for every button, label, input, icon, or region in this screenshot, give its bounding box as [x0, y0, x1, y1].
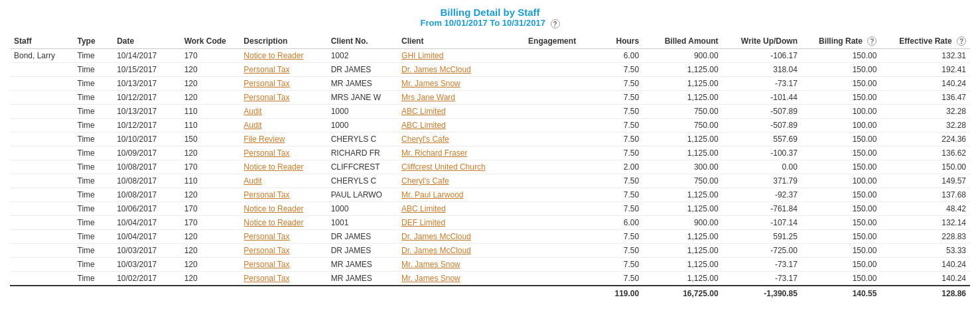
cell-billed_amount: 1,125.00	[643, 133, 722, 146]
cell-client_no: 1002	[327, 49, 397, 63]
cell-work_code: 120	[180, 258, 240, 272]
cell-work_code: 120	[180, 230, 240, 244]
col-header-write-up-down: Write Up/Down	[723, 34, 802, 49]
cell-type: Time	[74, 105, 113, 119]
cell-description[interactable]: File Review	[240, 133, 326, 146]
cell-description[interactable]: Personal Tax	[240, 91, 326, 105]
col-header-description: Description	[240, 34, 326, 49]
cell-date: 10/09/2017	[113, 146, 180, 160]
cell-client[interactable]: Cheryl's Cafe	[397, 174, 524, 188]
cell-date: 10/08/2017	[113, 174, 180, 188]
cell-client[interactable]: ABC Limited	[397, 105, 524, 119]
cell-client[interactable]: Mr. James Snow	[397, 258, 524, 272]
cell-billing_rate: 150.00	[802, 202, 880, 216]
cell-billed_amount: 1,125.00	[643, 258, 722, 272]
cell-description[interactable]: Personal Tax	[240, 258, 326, 272]
cell-hours: 2.00	[596, 160, 644, 174]
table-footer-row: 119.00 16,725.00 -1,390.85 140.55 128.86	[10, 286, 970, 301]
cell-write_up_down: 591.25	[723, 230, 802, 244]
cell-effective_rate: 48.42	[880, 202, 970, 216]
cell-description[interactable]: Personal Tax	[240, 77, 326, 91]
cell-client[interactable]: ABC Limited	[397, 202, 524, 216]
cell-engagement	[524, 230, 595, 244]
cell-description[interactable]: Notice to Reader	[240, 216, 326, 230]
cell-staff	[10, 272, 74, 286]
cell-hours: 7.50	[596, 146, 644, 160]
cell-client[interactable]: Dr. James McCloud	[397, 63, 524, 77]
cell-write_up_down: -100.37	[723, 146, 802, 160]
cell-date: 10/12/2017	[113, 119, 180, 133]
cell-description[interactable]: Personal Tax	[240, 244, 326, 258]
col-header-type: Type	[74, 34, 113, 49]
cell-hours: 6.00	[596, 216, 644, 230]
cell-work_code: 110	[180, 105, 240, 119]
cell-engagement	[524, 272, 595, 286]
cell-client[interactable]: Dr. James McCloud	[397, 230, 524, 244]
cell-effective_rate: 228.83	[880, 230, 970, 244]
cell-client[interactable]: DEF Limited	[397, 216, 524, 230]
cell-billed_amount: 1,125.00	[643, 230, 722, 244]
cell-staff	[10, 174, 74, 188]
cell-hours: 7.50	[596, 244, 644, 258]
cell-work_code: 120	[180, 77, 240, 91]
cell-client[interactable]: Mr. Paul Larwood	[397, 188, 524, 202]
cell-work_code: 120	[180, 244, 240, 258]
cell-write_up_down: -92.37	[723, 188, 802, 202]
cell-write_up_down: 371.79	[723, 174, 802, 188]
cell-description[interactable]: Notice to Reader	[240, 160, 326, 174]
billing-rate-help-icon[interactable]: ?	[867, 36, 876, 46]
cell-client[interactable]: Mr. James Snow	[397, 77, 524, 91]
cell-type: Time	[74, 216, 113, 230]
effective-rate-help-icon[interactable]: ?	[957, 36, 966, 46]
cell-work_code: 120	[180, 272, 240, 286]
cell-billing_rate: 100.00	[802, 119, 880, 133]
cell-engagement	[524, 49, 595, 63]
cell-effective_rate: 53.33	[880, 244, 970, 258]
table-row: Time10/06/2017170Notice to Reader1000ABC…	[10, 202, 970, 216]
table-row: Time10/12/2017110Audit1000ABC Limited7.5…	[10, 119, 970, 133]
cell-description[interactable]: Personal Tax	[240, 63, 326, 77]
cell-billed_amount: 750.00	[643, 119, 722, 133]
cell-description[interactable]: Audit	[240, 174, 326, 188]
help-icon[interactable]: ?	[551, 19, 560, 28]
table-header-row: Staff Type Date Work Code Description Cl…	[10, 34, 970, 49]
cell-billed_amount: 900.00	[643, 216, 722, 230]
cell-billed_amount: 1,125.00	[643, 202, 722, 216]
cell-description[interactable]: Notice to Reader	[240, 49, 326, 63]
cell-description[interactable]: Notice to Reader	[240, 202, 326, 216]
cell-staff	[10, 230, 74, 244]
cell-effective_rate: 149.57	[880, 174, 970, 188]
cell-description[interactable]: Audit	[240, 119, 326, 133]
cell-client[interactable]: ABC Limited	[397, 119, 524, 133]
cell-description[interactable]: Audit	[240, 105, 326, 119]
cell-date: 10/03/2017	[113, 244, 180, 258]
cell-client[interactable]: Cliffcrest United Church	[397, 160, 524, 174]
cell-engagement	[524, 258, 595, 272]
cell-description[interactable]: Personal Tax	[240, 188, 326, 202]
cell-write_up_down: 557.69	[723, 133, 802, 146]
cell-client[interactable]: Mr. James Snow	[397, 272, 524, 286]
cell-date: 10/04/2017	[113, 230, 180, 244]
col-header-date: Date	[113, 34, 180, 49]
cell-hours: 7.50	[596, 77, 644, 91]
cell-write_up_down: -725.00	[723, 244, 802, 258]
cell-client_no: CHERYLS C	[327, 133, 397, 146]
cell-client[interactable]: Mr. Richard Fraser	[397, 146, 524, 160]
cell-effective_rate: 136.47	[880, 91, 970, 105]
table-row: Time10/03/2017120Personal TaxMR JAMESMr.…	[10, 258, 970, 272]
cell-date: 10/14/2017	[113, 49, 180, 63]
cell-client[interactable]: Mrs Jane Ward	[397, 91, 524, 105]
cell-work_code: 170	[180, 202, 240, 216]
table-row: Time10/08/2017170Notice to ReaderCLIFFCR…	[10, 160, 970, 174]
cell-client[interactable]: GHI Limited	[397, 49, 524, 63]
cell-description[interactable]: Personal Tax	[240, 272, 326, 286]
cell-client[interactable]: Dr. James McCloud	[397, 244, 524, 258]
cell-date: 10/13/2017	[113, 105, 180, 119]
cell-client[interactable]: Cheryl's Cafe	[397, 133, 524, 146]
cell-description[interactable]: Personal Tax	[240, 146, 326, 160]
cell-type: Time	[74, 91, 113, 105]
cell-write_up_down: -107.14	[723, 216, 802, 230]
billing-table: Staff Type Date Work Code Description Cl…	[10, 34, 970, 302]
cell-description[interactable]: Personal Tax	[240, 230, 326, 244]
cell-client_no: DR JAMES	[327, 63, 397, 77]
